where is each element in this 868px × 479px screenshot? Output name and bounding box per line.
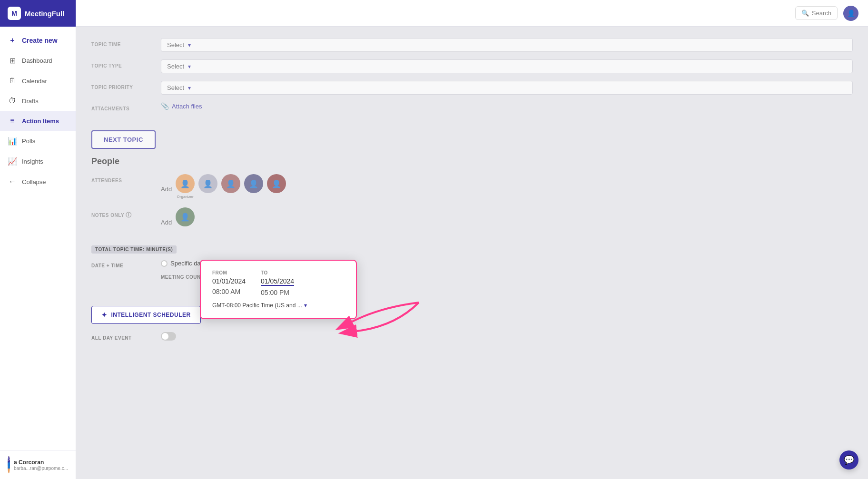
drafts-icon: ⏱ [8,97,17,105]
attendees-value: Add 👤 Organizer 👤 👤 👤 [161,174,853,200]
attach-files-button[interactable]: 📎 Attach files [161,102,853,110]
dashboard-icon: ⊞ [8,56,17,65]
sidebar-item-action-items[interactable]: ≡ Action Items [0,111,76,131]
sidebar-item-collapse[interactable]: ← Collapse [0,172,76,192]
chevron-down-icon: ▾ [304,302,307,309]
from-label: FROM [212,270,246,275]
notification-badge: 25 [8,456,10,463]
content-area: TOPIC TIME Select ▾ TOPIC TYPE Select ▾ [76,27,868,479]
topic-time-value: Select ▾ [161,38,853,52]
avatar: 👤 [244,174,263,193]
notes-only-value: Add 👤 [161,207,853,233]
chat-icon: 💬 [844,455,854,465]
avatar: 👤 [176,207,195,226]
topic-time-placeholder: Select [167,41,184,49]
topic-priority-label: TOPIC PRIORITY [91,81,153,90]
sidebar-item-label: Polls [22,137,35,145]
user-info[interactable]: 👤 25 a Corcoran barba...ran@purpome.c... [8,456,68,473]
user-email: barba...ran@purpome.c... [14,466,68,471]
attendee-avatar-1: 👤 Organizer [176,174,195,193]
topic-priority-placeholder: Select [167,84,184,91]
notes-only-label: NOTES ONLY ⓘ [91,207,153,219]
notes-only-avatar-1: 👤 [176,207,195,226]
intelligent-scheduler-button[interactable]: ✦ INTELLIGENT SCHEDULER [91,306,201,324]
from-date[interactable]: 01/01/2024 [212,277,246,285]
timezone-selector[interactable]: GMT-08:00 Pacific Time (US and ... ▾ [212,302,345,309]
avatar: 👤 25 [8,456,10,473]
user-name: a Corcoran [14,459,68,466]
popup-from-to: FROM 01/01/2024 08:00 AM TO 01/05/2024 0… [212,270,345,296]
sidebar-item-dashboard[interactable]: ⊞ Dashboard [0,50,76,71]
next-topic-button[interactable]: NEXT TOPIC [91,130,156,149]
topic-time-select[interactable]: Select ▾ [161,38,853,52]
user-details: a Corcoran barba...ran@purpome.c... [14,459,68,471]
avatar: 👤 [198,174,217,193]
notes-only-list: Add 👤 [161,207,853,233]
attach-files-label: Attach files [172,103,202,110]
avatar: 👤 [267,174,286,193]
attendee-avatar-4: 👤 [244,174,263,193]
chevron-down-icon: ▾ [188,85,191,91]
sidebar-item-label: Calendar [22,78,47,85]
chevron-down-icon: ▾ [188,63,191,70]
sidebar-item-label: Action Items [22,117,59,125]
topbar-user-icon: 👤 [847,10,855,17]
sidebar: M MeetingFull + Create new ⊞ Dashboard 🗓… [0,0,76,479]
sidebar-item-calendar[interactable]: 🗓 Calendar [0,71,76,91]
meeting-count-label: MEETING COUNT [161,274,204,280]
popup-from-col: FROM 01/01/2024 08:00 AM [212,270,246,296]
topic-type-label: TOPIC TYPE [91,59,153,68]
collapse-icon: ← [8,177,17,186]
paperclip-icon: 📎 [161,102,169,110]
popup-to-col: TO 01/05/2024 05:00 PM [261,270,294,296]
chat-bubble-button[interactable]: 💬 [839,450,858,469]
action-items-icon: ≡ [8,117,17,125]
attachments-row: ATTACHMENTS 📎 Attach files [91,102,853,111]
sidebar-item-polls[interactable]: 📊 Polls [0,131,76,151]
sidebar-item-label: Create new [22,37,58,44]
calendar-icon: 🗓 [8,77,17,85]
spark-icon: ✦ [101,311,108,319]
avatar: 👤 [176,174,195,193]
all-day-event-toggle[interactable] [161,332,176,341]
topic-priority-select[interactable]: Select ▾ [161,81,853,95]
sidebar-nav: + Create new ⊞ Dashboard 🗓 Calendar ⏱ Dr… [0,27,76,450]
total-topic-badge: TOTAL TOPIC TIME: MINUTE(S) [91,245,177,254]
topic-type-select[interactable]: Select ▾ [161,59,853,73]
attachments-label: ATTACHMENTS [91,102,153,111]
timezone-label: GMT-08:00 Pacific Time (US and ... [212,302,302,309]
sidebar-item-drafts[interactable]: ⏱ Drafts [0,91,76,111]
people-section-title: People [91,156,853,166]
from-time[interactable]: 08:00 AM [212,288,246,295]
attendees-label: ATTENDEES [91,174,153,183]
insights-icon: 📈 [8,157,17,166]
sidebar-item-create-new[interactable]: + Create new [0,30,76,50]
sidebar-item-insights[interactable]: 📈 Insights [0,151,76,172]
topic-priority-value: Select ▾ [161,81,853,95]
add-attendee-button[interactable]: Add [161,182,172,193]
search-bar[interactable]: 🔍 Search [795,6,838,20]
polls-icon: 📊 [8,137,17,146]
scheduler-label: INTELLIGENT SCHEDULER [111,312,191,318]
logo-text: MeetingFull [25,10,64,18]
add-notes-only-button[interactable]: Add [161,215,172,226]
attendee-avatar-3: 👤 [221,174,240,193]
attendees-row: ATTENDEES Add 👤 Organizer 👤 👤 [91,174,853,200]
all-day-event-row: ALL DAY EVENT [91,332,853,341]
topic-type-placeholder: Select [167,63,184,70]
attendee-avatar-5: 👤 [267,174,286,193]
to-time[interactable]: 05:00 PM [261,289,294,296]
notes-only-row: NOTES ONLY ⓘ Add 👤 [91,207,853,233]
to-date[interactable]: 01/05/2024 [261,277,294,286]
all-day-event-label: ALL DAY EVENT [91,332,153,341]
topbar: 🔍 Search 👤 [76,0,868,27]
sidebar-item-label: Drafts [22,98,39,105]
date-time-label: DATE + TIME [91,259,153,268]
main-area: 🔍 Search 👤 TOPIC TIME Select ▾ TOPIC TYP… [76,0,868,479]
topbar-avatar[interactable]: 👤 [843,6,858,21]
to-label: TO [261,270,294,275]
logo-icon: M [8,7,21,20]
radio-specific-dates[interactable] [161,260,168,267]
topic-fields-section: TOPIC TIME Select ▾ TOPIC TYPE Select ▾ [91,38,853,111]
plus-icon: + [8,36,17,45]
